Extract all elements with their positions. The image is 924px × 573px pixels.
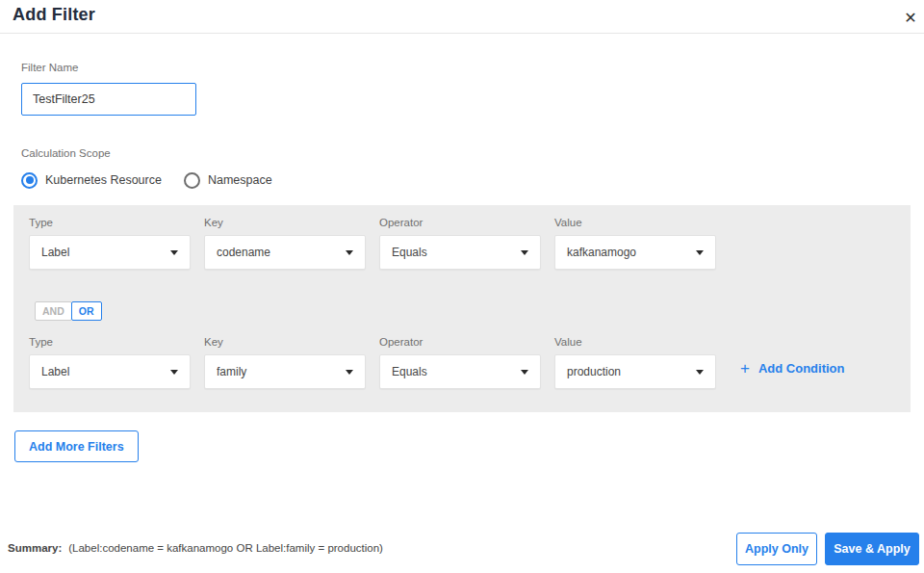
filter-name-label: Filter Name [21, 62, 78, 73]
key-select-row2[interactable]: family [204, 354, 366, 389]
chevron-down-icon [170, 370, 178, 375]
key-select-row1-value: codename [217, 246, 340, 259]
value-select-row1-value: kafkanamogo [567, 246, 690, 259]
col-label-operator: Operator [379, 336, 423, 348]
chevron-down-icon [696, 250, 704, 255]
add-condition-label: Add Condition [758, 361, 845, 376]
logic-toggle: AND OR [35, 301, 102, 321]
key-select-row1[interactable]: codename [204, 235, 366, 270]
col-label-operator: Operator [379, 217, 423, 228]
add-condition-button[interactable]: + Add Condition [740, 360, 844, 377]
value-select-row2[interactable]: production [554, 354, 716, 389]
add-more-filters-button[interactable]: Add More Filters [14, 430, 139, 462]
chevron-down-icon [521, 250, 528, 255]
page-title: Add Filter [13, 5, 95, 25]
logic-and-button[interactable]: AND [35, 301, 72, 321]
operator-select-row2[interactable]: Equals [379, 354, 541, 389]
calculation-scope-options: Kubernetes Resource Namespace [21, 170, 272, 190]
type-select-row2[interactable]: Label [29, 354, 191, 389]
header-divider [0, 33, 924, 34]
apply-only-button[interactable]: Apply Only [736, 533, 817, 565]
save-and-apply-button[interactable]: Save & Apply [825, 533, 919, 565]
col-label-value: Value [554, 217, 582, 228]
value-select-row2-value: production [567, 365, 690, 378]
radio-dot [26, 176, 34, 184]
conditions-panel: Type Key Operator Value Label codename E… [13, 205, 911, 412]
chevron-down-icon [521, 370, 528, 375]
value-select-row1[interactable]: kafkanamogo [554, 235, 716, 270]
summary-label: Summary: [8, 542, 62, 554]
chevron-down-icon [346, 370, 353, 375]
chevron-down-icon [346, 250, 353, 255]
col-label-value: Value [554, 336, 582, 348]
type-select-row2-value: Label [41, 365, 165, 378]
operator-select-row1[interactable]: Equals [379, 235, 541, 270]
key-select-row2-value: family [217, 365, 340, 378]
col-label-key: Key [204, 336, 223, 348]
operator-select-row1-value: Equals [392, 246, 515, 259]
chevron-down-icon [696, 370, 704, 375]
summary-text: (Label:codename = kafkanamogo OR Label:f… [68, 542, 383, 554]
radio-label-namespace[interactable]: Namespace [208, 173, 272, 187]
summary: Summary: (Label:codename = kafkanamogo O… [8, 542, 383, 554]
col-label-type: Type [29, 217, 53, 228]
type-select-row1-value: Label [41, 246, 165, 259]
close-icon[interactable]: ✕ [899, 6, 922, 29]
operator-select-row2-value: Equals [392, 365, 515, 378]
type-select-row1[interactable]: Label [29, 235, 191, 270]
radio-label-kubernetes-resource[interactable]: Kubernetes Resource [45, 173, 162, 187]
radio-selected-icon[interactable] [21, 172, 38, 189]
logic-or-button[interactable]: OR [71, 301, 102, 321]
add-filter-dialog: Add Filter ✕ Filter Name Calculation Sco… [0, 0, 924, 573]
col-label-type: Type [29, 336, 53, 348]
filter-name-input[interactable] [21, 83, 196, 116]
radio-unselected-icon[interactable] [184, 172, 200, 189]
col-label-key: Key [204, 217, 223, 228]
plus-icon: + [740, 360, 750, 377]
chevron-down-icon [170, 250, 178, 255]
calculation-scope-label: Calculation Scope [21, 147, 111, 159]
